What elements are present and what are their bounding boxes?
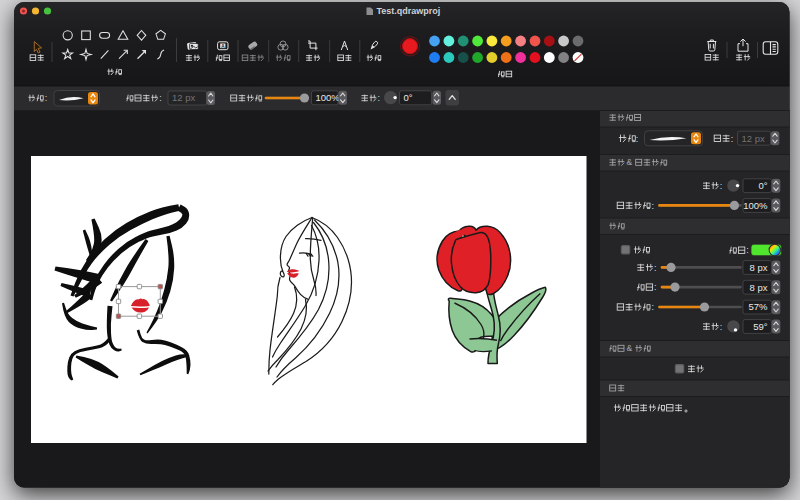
svg-text::: : (652, 302, 655, 312)
svg-text::: : (654, 282, 657, 292)
svg-text::: : (731, 134, 734, 144)
svg-text:57%: 57% (748, 301, 768, 312)
svg-text::: : (159, 93, 162, 103)
svg-text:12 px: 12 px (742, 133, 765, 144)
svg-text:&: & (627, 343, 633, 353)
svg-text:12 px: 12 px (172, 92, 195, 103)
svg-text::: : (636, 134, 639, 144)
svg-text:8 px: 8 px (750, 282, 768, 293)
svg-text::: : (378, 93, 381, 103)
svg-text:0°: 0° (404, 92, 413, 103)
svg-text:0°: 0° (758, 180, 767, 191)
svg-text:Test.qdrawproj: Test.qdrawproj (377, 6, 441, 16)
svg-text::: : (746, 245, 749, 255)
svg-text:100%: 100% (316, 92, 341, 103)
svg-text:&: & (627, 157, 633, 167)
svg-text:8 px: 8 px (750, 262, 768, 273)
svg-text::: : (652, 201, 655, 211)
svg-text::: : (720, 322, 723, 332)
svg-text::: : (45, 93, 48, 103)
svg-text::: : (720, 181, 723, 191)
svg-text:59°: 59° (753, 321, 768, 332)
svg-text::: : (654, 263, 657, 273)
svg-text:100%: 100% (743, 200, 768, 211)
